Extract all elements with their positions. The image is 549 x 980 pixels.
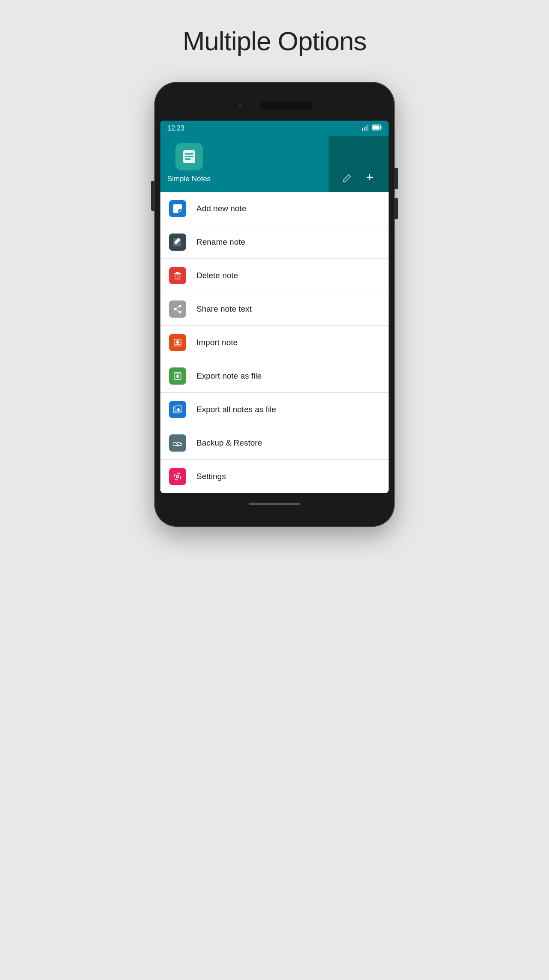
- svg-point-23: [179, 305, 181, 307]
- svg-rect-20: [176, 272, 179, 273]
- phone-bottom: [160, 493, 389, 515]
- menu-item-settings[interactable]: Settings: [160, 460, 389, 493]
- app-header: Simple Notes +: [160, 136, 389, 192]
- phone-top: [160, 91, 389, 121]
- svg-rect-3: [367, 124, 368, 131]
- header-overlay: +: [329, 136, 389, 192]
- share-icon: [169, 300, 186, 318]
- svg-rect-18: [175, 274, 180, 279]
- menu-item-import-note[interactable]: Import note: [160, 326, 389, 359]
- menu-item-label: Export all notes as file: [196, 405, 276, 414]
- svg-rect-10: [185, 158, 191, 160]
- status-icons: [362, 124, 382, 133]
- edit-button[interactable]: [337, 167, 358, 188]
- svg-rect-1: [364, 127, 365, 131]
- svg-point-24: [174, 308, 176, 310]
- phone-frame: 12:23: [154, 82, 395, 527]
- front-camera: [237, 103, 243, 109]
- volume-up-button: [395, 168, 398, 189]
- menu-item-export-all-notes-as-file[interactable]: Export all notes as file: [160, 393, 389, 426]
- menu-list: Add new note Rename note: [160, 192, 389, 493]
- menu-item-label: Rename note: [196, 237, 245, 247]
- svg-point-25: [179, 311, 181, 313]
- home-bar: [249, 503, 300, 505]
- menu-item-share-note-text[interactable]: Share note text: [160, 292, 389, 326]
- menu-item-label: Import note: [196, 338, 238, 347]
- status-time: 12:23: [167, 124, 184, 132]
- svg-rect-21: [176, 275, 177, 278]
- svg-rect-6: [373, 126, 380, 130]
- svg-rect-8: [185, 153, 193, 155]
- svg-rect-5: [381, 126, 382, 129]
- svg-rect-2: [365, 126, 367, 131]
- menu-item-label: Share note text: [196, 304, 252, 314]
- power-button: [151, 181, 154, 211]
- status-bar: 12:23: [160, 121, 389, 136]
- export-note-icon: [169, 367, 186, 385]
- menu-item-label: Settings: [196, 472, 226, 481]
- rename-note-icon: [169, 234, 186, 251]
- menu-item-label: Export note as file: [196, 371, 262, 381]
- signal-icon: [362, 124, 370, 133]
- export-all-notes-icon: [169, 401, 186, 418]
- phone-screen: 12:23: [160, 121, 389, 493]
- menu-item-label: Backup & Restore: [196, 438, 262, 448]
- delete-note-icon: [169, 267, 186, 284]
- import-note-icon: [169, 334, 186, 351]
- svg-rect-19: [174, 273, 181, 274]
- svg-rect-0: [362, 128, 363, 131]
- page-title: Multiple Options: [183, 26, 367, 56]
- app-name: Simple Notes: [167, 175, 211, 183]
- menu-item-backup-restore[interactable]: Backup & Restore: [160, 426, 389, 460]
- svg-rect-16: [180, 210, 181, 212]
- add-button[interactable]: +: [359, 167, 380, 188]
- menu-item-delete-note[interactable]: Delete note: [160, 259, 389, 292]
- menu-item-export-note-as-file[interactable]: Export note as file: [160, 359, 389, 393]
- svg-point-35: [176, 475, 179, 478]
- menu-item-label: Delete note: [196, 271, 238, 280]
- svg-rect-22: [178, 275, 179, 278]
- svg-line-27: [176, 309, 179, 311]
- app-header-left: Simple Notes: [167, 143, 211, 183]
- app-icon: [175, 143, 203, 170]
- menu-item-add-new-note[interactable]: Add new note: [160, 192, 389, 225]
- menu-item-label: Add new note: [196, 204, 246, 213]
- svg-rect-9: [185, 156, 193, 157]
- menu-item-rename-note[interactable]: Rename note: [160, 225, 389, 259]
- backup-restore-icon: [169, 434, 186, 452]
- settings-icon: [169, 468, 186, 485]
- svg-line-26: [176, 306, 179, 308]
- speaker: [260, 101, 312, 110]
- volume-down-button: [395, 198, 398, 219]
- add-note-icon: [169, 200, 186, 217]
- battery-icon: [372, 124, 382, 132]
